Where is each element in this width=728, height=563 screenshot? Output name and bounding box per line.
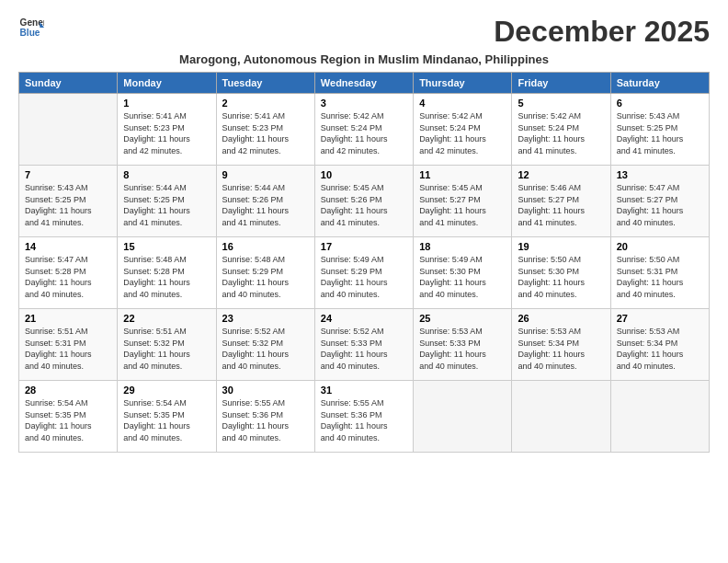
day-number: 10 [321,169,407,180]
logo: General Blue [18,15,44,40]
day-info: Sunrise: 5:54 AMSunset: 5:35 PMDaylight:… [25,397,111,443]
col-header-sunday: Sunday [19,73,118,94]
day-info: Sunrise: 5:42 AMSunset: 5:24 PMDaylight:… [518,110,604,156]
page: General Blue December 2025 Marogong, Aut… [0,0,728,464]
svg-text:Blue: Blue [20,28,40,38]
day-number: 28 [25,385,111,396]
calendar-cell: 24Sunrise: 5:52 AMSunset: 5:33 PMDayligh… [314,309,413,381]
day-number: 21 [25,313,111,324]
day-number: 14 [25,241,111,252]
week-row-0: 1Sunrise: 5:41 AMSunset: 5:23 PMDaylight… [19,94,710,166]
day-number: 26 [518,313,604,324]
header-row: SundayMondayTuesdayWednesdayThursdayFrid… [19,73,710,94]
day-number: 8 [123,169,210,180]
day-number: 22 [123,313,210,324]
calendar-cell: 19Sunrise: 5:50 AMSunset: 5:30 PMDayligh… [512,237,610,309]
day-info: Sunrise: 5:50 AMSunset: 5:31 PMDaylight:… [617,254,703,300]
day-number: 3 [321,98,407,109]
calendar-table: SundayMondayTuesdayWednesdayThursdayFrid… [18,72,710,453]
day-info: Sunrise: 5:49 AMSunset: 5:29 PMDaylight:… [321,254,407,300]
day-info: Sunrise: 5:47 AMSunset: 5:28 PMDaylight:… [25,254,111,300]
day-info: Sunrise: 5:49 AMSunset: 5:30 PMDaylight:… [419,254,506,300]
calendar-cell: 29Sunrise: 5:54 AMSunset: 5:35 PMDayligh… [118,381,216,453]
day-number: 23 [222,313,309,324]
calendar-cell: 30Sunrise: 5:55 AMSunset: 5:36 PMDayligh… [216,381,314,453]
calendar-cell: 21Sunrise: 5:51 AMSunset: 5:31 PMDayligh… [19,309,118,381]
col-header-tuesday: Tuesday [216,73,314,94]
col-header-wednesday: Wednesday [314,73,413,94]
week-row-4: 28Sunrise: 5:54 AMSunset: 5:35 PMDayligh… [19,381,710,453]
day-number: 4 [419,98,506,109]
day-number: 30 [222,385,309,396]
calendar-cell: 11Sunrise: 5:45 AMSunset: 5:27 PMDayligh… [414,166,512,237]
day-info: Sunrise: 5:42 AMSunset: 5:24 PMDaylight:… [321,110,407,156]
day-info: Sunrise: 5:43 AMSunset: 5:25 PMDaylight:… [25,182,111,228]
col-header-monday: Monday [118,73,216,94]
calendar-cell: 3Sunrise: 5:42 AMSunset: 5:24 PMDaylight… [314,94,413,166]
calendar-cell: 23Sunrise: 5:52 AMSunset: 5:32 PMDayligh… [216,309,314,381]
calendar-cell: 15Sunrise: 5:48 AMSunset: 5:28 PMDayligh… [118,237,216,309]
calendar-cell: 1Sunrise: 5:41 AMSunset: 5:23 PMDaylight… [118,94,216,166]
day-info: Sunrise: 5:44 AMSunset: 5:25 PMDaylight:… [123,182,210,228]
day-info: Sunrise: 5:50 AMSunset: 5:30 PMDaylight:… [518,254,604,300]
day-number: 12 [518,169,604,180]
calendar-cell [610,381,709,453]
calendar-cell: 18Sunrise: 5:49 AMSunset: 5:30 PMDayligh… [414,237,512,309]
day-info: Sunrise: 5:54 AMSunset: 5:35 PMDaylight:… [123,397,210,443]
day-number: 2 [222,98,309,109]
day-number: 20 [617,241,703,252]
day-info: Sunrise: 5:43 AMSunset: 5:25 PMDaylight:… [617,110,703,156]
day-number: 18 [419,241,506,252]
calendar-cell: 14Sunrise: 5:47 AMSunset: 5:28 PMDayligh… [19,237,118,309]
calendar-cell: 28Sunrise: 5:54 AMSunset: 5:35 PMDayligh… [19,381,118,453]
day-number: 9 [222,169,309,180]
calendar-cell: 6Sunrise: 5:43 AMSunset: 5:25 PMDaylight… [610,94,709,166]
calendar-cell: 12Sunrise: 5:46 AMSunset: 5:27 PMDayligh… [512,166,610,237]
day-info: Sunrise: 5:46 AMSunset: 5:27 PMDaylight:… [518,182,604,228]
calendar-cell: 4Sunrise: 5:42 AMSunset: 5:24 PMDaylight… [414,94,512,166]
day-number: 7 [25,169,111,180]
calendar-cell: 26Sunrise: 5:53 AMSunset: 5:34 PMDayligh… [512,309,610,381]
calendar-cell: 13Sunrise: 5:47 AMSunset: 5:27 PMDayligh… [610,166,709,237]
week-row-2: 14Sunrise: 5:47 AMSunset: 5:28 PMDayligh… [19,237,710,309]
day-info: Sunrise: 5:44 AMSunset: 5:26 PMDaylight:… [222,182,309,228]
day-info: Sunrise: 5:55 AMSunset: 5:36 PMDaylight:… [222,397,309,443]
subtitle: Marogong, Autonomous Region in Muslim Mi… [18,52,710,66]
calendar-cell [19,94,118,166]
day-info: Sunrise: 5:53 AMSunset: 5:34 PMDaylight:… [617,326,703,372]
calendar-cell: 31Sunrise: 5:55 AMSunset: 5:36 PMDayligh… [314,381,413,453]
day-info: Sunrise: 5:52 AMSunset: 5:32 PMDaylight:… [222,326,309,372]
day-info: Sunrise: 5:51 AMSunset: 5:32 PMDaylight:… [123,326,210,372]
day-number: 25 [419,313,506,324]
logo-icon: General Blue [18,15,44,40]
month-title: December 2025 [494,15,710,49]
calendar-cell: 9Sunrise: 5:44 AMSunset: 5:26 PMDaylight… [216,166,314,237]
calendar-cell: 5Sunrise: 5:42 AMSunset: 5:24 PMDaylight… [512,94,610,166]
day-info: Sunrise: 5:45 AMSunset: 5:27 PMDaylight:… [419,182,506,228]
calendar-cell: 22Sunrise: 5:51 AMSunset: 5:32 PMDayligh… [118,309,216,381]
day-number: 31 [321,385,407,396]
calendar-cell: 8Sunrise: 5:44 AMSunset: 5:25 PMDaylight… [118,166,216,237]
calendar-cell: 10Sunrise: 5:45 AMSunset: 5:26 PMDayligh… [314,166,413,237]
day-info: Sunrise: 5:41 AMSunset: 5:23 PMDaylight:… [222,110,309,156]
col-header-saturday: Saturday [610,73,709,94]
day-number: 11 [419,169,506,180]
day-number: 24 [321,313,407,324]
calendar-cell: 20Sunrise: 5:50 AMSunset: 5:31 PMDayligh… [610,237,709,309]
day-info: Sunrise: 5:51 AMSunset: 5:31 PMDaylight:… [25,326,111,372]
day-info: Sunrise: 5:42 AMSunset: 5:24 PMDaylight:… [419,110,506,156]
calendar-cell: 7Sunrise: 5:43 AMSunset: 5:25 PMDaylight… [19,166,118,237]
day-info: Sunrise: 5:48 AMSunset: 5:29 PMDaylight:… [222,254,309,300]
day-info: Sunrise: 5:45 AMSunset: 5:26 PMDaylight:… [321,182,407,228]
col-header-thursday: Thursday [414,73,512,94]
day-number: 29 [123,385,210,396]
calendar-cell: 27Sunrise: 5:53 AMSunset: 5:34 PMDayligh… [610,309,709,381]
day-number: 19 [518,241,604,252]
day-info: Sunrise: 5:52 AMSunset: 5:33 PMDaylight:… [321,326,407,372]
calendar-cell: 16Sunrise: 5:48 AMSunset: 5:29 PMDayligh… [216,237,314,309]
calendar-cell: 17Sunrise: 5:49 AMSunset: 5:29 PMDayligh… [314,237,413,309]
day-number: 5 [518,98,604,109]
day-number: 15 [123,241,210,252]
calendar-cell: 25Sunrise: 5:53 AMSunset: 5:33 PMDayligh… [414,309,512,381]
week-row-1: 7Sunrise: 5:43 AMSunset: 5:25 PMDaylight… [19,166,710,237]
